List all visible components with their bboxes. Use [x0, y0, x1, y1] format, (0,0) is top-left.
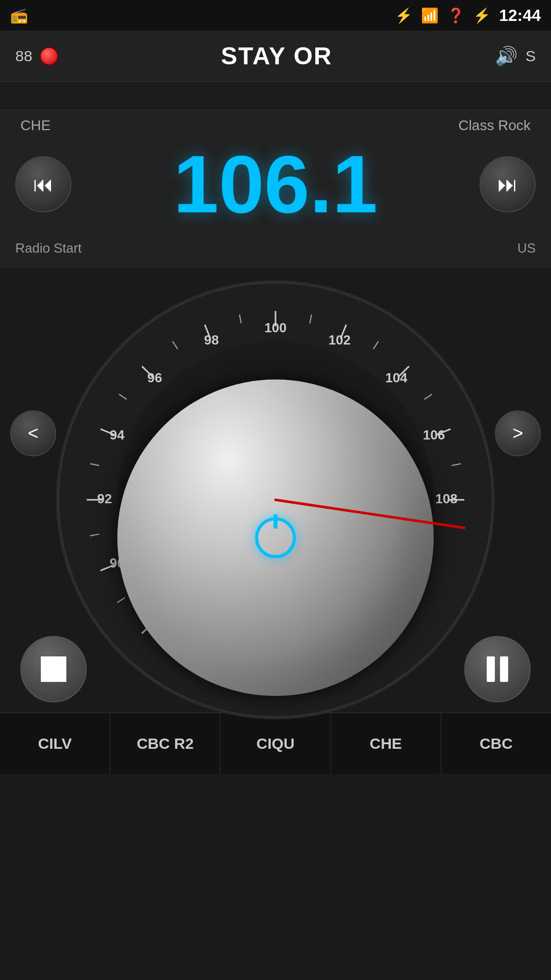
dial-ring: 88 [56, 280, 495, 719]
station-ciqu[interactable]: CIQU [220, 713, 331, 774]
sub-header: CHE Class Rock [0, 110, 551, 141]
freq-small: 88 [15, 47, 32, 65]
clock: 12:44 [499, 6, 541, 25]
svg-text:100: 100 [264, 320, 286, 335]
nav-prev-button[interactable]: < [10, 410, 56, 456]
header-s-label: S [525, 47, 536, 65]
station-title: STAY OR [221, 42, 333, 70]
svg-text:98: 98 [204, 332, 219, 348]
station-label-left: CHE [20, 117, 51, 134]
power-icon [255, 518, 296, 558]
wifi-icon: 📶 [421, 7, 439, 24]
frequency-value: 106.1 [173, 143, 378, 225]
station-cilv[interactable]: CILV [0, 713, 110, 774]
next-station-button[interactable]: ⏭ [480, 156, 536, 212]
pause-bar-2 [500, 656, 508, 682]
ticker-text: I STAY OR SHOULD I GO BY THE CLASH ON CH… [0, 86, 551, 105]
controls-label-row: Radio Start US [0, 228, 551, 268]
tuner-knob[interactable] [117, 380, 434, 696]
tuner-section: < > 88 [0, 268, 551, 626]
svg-text:104: 104 [385, 370, 408, 385]
volume-icon[interactable]: 🔊 [495, 45, 518, 67]
radio-app-icon: 📻 [10, 7, 28, 24]
status-left: 📻 [10, 7, 28, 24]
frequency-display: 106.1 [71, 146, 480, 223]
station-che[interactable]: CHE [331, 713, 441, 774]
prev-station-button[interactable]: ⏮ [15, 156, 71, 212]
ticker-bar: I STAY OR SHOULD I GO BY THE CLASH ON CH… [0, 82, 551, 110]
bluetooth-icon: ⚡ [395, 7, 413, 24]
status-bar: 📻 ⚡ 📶 ❓ ⚡ 12:44 [0, 0, 551, 31]
freq-control-row: ⏮ 106.1 ⏭ [0, 141, 551, 228]
nav-next-button[interactable]: > [495, 410, 541, 456]
radio-start-label: Radio Start [15, 240, 82, 256]
svg-text:92: 92 [97, 491, 112, 506]
header: 88 STAY OR 🔊 S [0, 31, 551, 82]
record-indicator [40, 47, 58, 65]
station-bar: CILV CBC R2 CIQU CHE CBC [0, 713, 551, 774]
genre-label: Class Rock [458, 117, 531, 134]
svg-text:108: 108 [435, 491, 457, 506]
lightning-icon: ⚡ [473, 7, 491, 24]
station-cbc-r2[interactable]: CBC R2 [110, 713, 220, 774]
header-right: 🔊 S [495, 45, 536, 67]
status-right: ⚡ 📶 ❓ ⚡ 12:44 [395, 6, 541, 25]
svg-text:106: 106 [423, 427, 445, 443]
svg-text:96: 96 [147, 370, 162, 385]
region-label: US [517, 240, 536, 256]
station-cbc-partial[interactable]: CBC [441, 713, 551, 774]
svg-text:94: 94 [110, 427, 124, 443]
svg-text:102: 102 [329, 332, 350, 348]
header-left: 88 [15, 47, 58, 65]
question-icon: ❓ [447, 7, 465, 24]
